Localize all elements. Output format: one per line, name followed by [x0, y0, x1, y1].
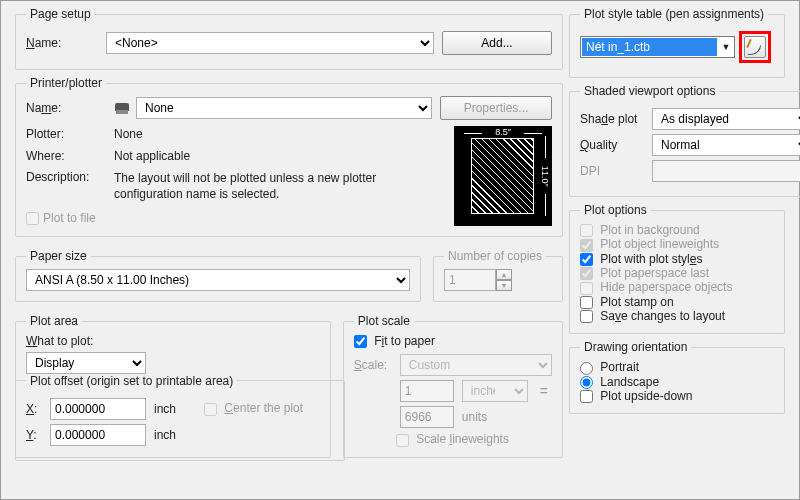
plotter-icon	[114, 101, 130, 115]
highlight-frame	[739, 31, 771, 63]
drawing-units-label: units	[462, 410, 487, 424]
plot-to-file-checkbox: Plot to file	[26, 211, 96, 225]
plot-with-styles-checkbox[interactable]: Plot with plot styles	[580, 252, 702, 266]
plot-style-table-group: Plot style table (pen assignments) Nét i…	[569, 7, 785, 78]
plot-scale-group: Plot scale Fit to paper Scale: Custom in…	[343, 314, 563, 458]
paper-size-group: Paper size ANSI A (8.50 x 11.00 Inches)	[15, 249, 421, 302]
upside-down-checkbox[interactable]: Plot upside-down	[580, 389, 692, 403]
equals-icon: =	[536, 383, 552, 399]
offset-x-input[interactable]	[50, 398, 146, 420]
offset-y-unit: inch	[154, 428, 176, 442]
page-setup-legend: Page setup	[26, 7, 95, 21]
dpi-input	[652, 160, 800, 182]
copies-group: Number of copies ▲ ▼	[433, 249, 563, 302]
edit-plot-style-button[interactable]	[744, 36, 766, 58]
quality-label: Quality	[580, 138, 644, 152]
copies-legend: Number of copies	[444, 249, 546, 263]
chevron-down-icon[interactable]: ▼	[718, 42, 734, 52]
preview-height-label: 11.0″	[539, 136, 551, 216]
plot-style-table-select[interactable]: Nét in_1.ctb ▼	[580, 36, 735, 58]
printer-legend: Printer/plotter	[26, 76, 106, 90]
scale-drawing-input	[400, 406, 454, 428]
hide-paperspace-checkbox: Hide paperspace objects	[580, 280, 732, 294]
printer-name-label: Name:	[26, 101, 106, 115]
scale-units-select: inches	[462, 380, 528, 402]
pst-legend: Plot style table (pen assignments)	[580, 7, 768, 21]
printer-name-select[interactable]: None	[136, 97, 432, 119]
preview-width-label: 8.5″	[464, 127, 542, 137]
plot-lineweights-checkbox: Plot object lineweights	[580, 237, 719, 251]
where-value: Not applicable	[114, 149, 432, 163]
offset-y-input[interactable]	[50, 424, 146, 446]
plot-options-legend: Plot options	[580, 203, 651, 217]
description-value: The layout will not be plotted unless a …	[114, 171, 432, 202]
shaded-legend: Shaded viewport options	[580, 84, 719, 98]
plotter-label: Plotter:	[26, 127, 106, 141]
quality-select[interactable]: Normal	[652, 134, 800, 156]
offset-x-unit: inch	[154, 402, 176, 416]
description-label: Description:	[26, 170, 106, 184]
what-to-plot-select[interactable]: Display	[26, 352, 146, 374]
orientation-group: Drawing orientation Portrait Landscape P…	[569, 340, 785, 414]
shade-plot-select[interactable]: As displayed	[652, 108, 800, 130]
paper-preview: 8.5″ 11.0″	[454, 126, 552, 226]
offset-x-label: X:	[26, 402, 42, 416]
offset-y-label: Y:	[26, 428, 42, 442]
plot-paperspace-checkbox: Plot paperspace last	[580, 266, 709, 280]
where-label: Where:	[26, 149, 106, 163]
shaded-viewport-group: Shaded viewport options Shade plot As di…	[569, 84, 800, 197]
add-button[interactable]: Add...	[442, 31, 552, 55]
dpi-label: DPI	[580, 164, 644, 178]
scale-select: Custom	[400, 354, 552, 376]
scale-num-input	[400, 380, 454, 402]
plot-background-checkbox: Plot in background	[580, 223, 700, 237]
edit-style-icon	[746, 37, 764, 55]
plot-dialog: Page setup NName:ame: <None> Add... Prin…	[0, 0, 800, 500]
scale-lineweights-checkbox: Scale lineweights	[396, 432, 509, 446]
plot-offset-legend: Plot offset (origin set to printable are…	[26, 374, 237, 388]
preview-sheet	[471, 138, 534, 214]
plot-options-group: Plot options Plot in background Plot obj…	[569, 203, 785, 334]
paper-size-select[interactable]: ANSI A (8.50 x 11.00 Inches)	[26, 269, 410, 291]
copies-up-icon: ▲	[496, 269, 512, 280]
scale-label: Scale:	[354, 358, 392, 372]
orientation-legend: Drawing orientation	[580, 340, 691, 354]
copies-down-icon: ▼	[496, 280, 512, 291]
page-setup-group: Page setup NName:ame: <None> Add...	[15, 7, 563, 70]
plot-stamp-checkbox[interactable]: Plot stamp on	[580, 295, 674, 309]
pst-value: Nét in_1.ctb	[582, 38, 717, 56]
fit-to-paper-checkbox[interactable]: Fit to paper	[354, 334, 435, 348]
portrait-radio[interactable]: Portrait	[580, 360, 639, 374]
plot-scale-legend: Plot scale	[354, 314, 414, 328]
center-plot-checkbox: Center the plot	[204, 401, 303, 415]
copies-spinner: ▲ ▼	[444, 269, 512, 291]
page-setup-name-label: NName:ame:	[26, 36, 98, 50]
properties-button: Properties...	[440, 96, 552, 120]
copies-input	[444, 269, 496, 291]
plot-area-legend: Plot area	[26, 314, 82, 328]
shade-plot-label: Shade plot	[580, 112, 644, 126]
landscape-radio[interactable]: Landscape	[580, 375, 659, 389]
paper-size-legend: Paper size	[26, 249, 91, 263]
printer-group: Printer/plotter Name: None Properties...…	[15, 76, 563, 237]
plotter-value: None	[114, 127, 432, 141]
page-setup-name-select[interactable]: <None>	[106, 32, 434, 54]
save-layout-checkbox[interactable]: Save changes to layout	[580, 309, 725, 323]
